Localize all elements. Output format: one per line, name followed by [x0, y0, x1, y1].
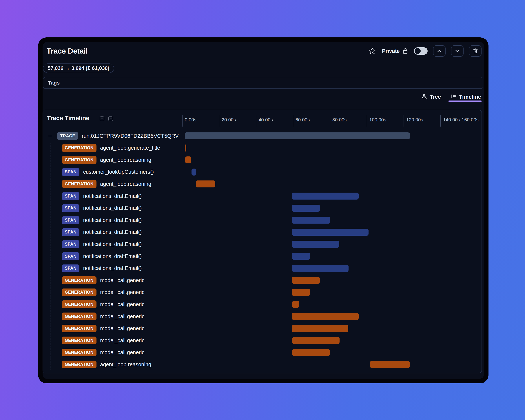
row-type-badge: GENERATION — [62, 336, 96, 344]
row-type-badge: GENERATION — [62, 289, 96, 296]
privacy-toggle[interactable] — [414, 47, 428, 55]
duration-bar[interactable] — [292, 313, 358, 320]
duration-bar[interactable] — [292, 277, 320, 284]
row-heading: SPANnotifications_draftEmail() — [62, 238, 142, 250]
row-label: model_call.generic — [100, 301, 145, 307]
row-heading: SPANnotifications_draftEmail() — [62, 190, 142, 202]
star-icon — [368, 47, 376, 55]
bookmark-star-button[interactable] — [368, 47, 376, 55]
duration-bar[interactable] — [292, 301, 299, 308]
axis-tick-label: 120.00s — [406, 117, 423, 123]
axis-tick — [293, 115, 293, 127]
duration-bar[interactable] — [185, 157, 191, 163]
timeline-row[interactable]: SPANnotifications_draftEmail() — [43, 190, 481, 202]
timeline-row[interactable]: GENERATIONagent_loop.reasoning — [43, 154, 481, 166]
duration-bar[interactable] — [292, 253, 310, 260]
page-title: Trace Detail — [47, 47, 88, 55]
privacy-label: Private — [382, 48, 400, 54]
delete-trace-button[interactable] — [469, 45, 481, 57]
row-label: agent_loop.generate_title — [100, 145, 160, 151]
tabs-divider — [43, 101, 484, 101]
duration-bar[interactable] — [196, 180, 215, 187]
collapse-row-toggle[interactable]: − — [48, 130, 52, 142]
row-heading: GENERATIONmodel_call.generic — [62, 298, 144, 310]
expand-all-button[interactable] — [99, 116, 105, 122]
next-trace-button[interactable] — [451, 45, 464, 57]
tab-timeline[interactable]: Timeline — [450, 94, 481, 100]
row-label: run:01JCTPR9VD06FD2ZBB5VCT5QRV — [82, 133, 179, 139]
row-heading: SPANnotifications_draftEmail() — [62, 226, 142, 238]
axis-tick-label: 0.00s — [185, 117, 197, 123]
row-label: model_call.generic — [100, 277, 145, 283]
row-label: notifications_draftEmail() — [83, 193, 142, 199]
timeline-row[interactable]: GENERATIONmodel_call.generic — [43, 322, 481, 335]
row-heading: SPANnotifications_draftEmail() — [62, 250, 142, 262]
row-type-badge: SPAN — [62, 216, 79, 224]
row-type-badge: GENERATION — [62, 361, 96, 368]
axis-tick — [367, 115, 367, 127]
row-type-badge: SPAN — [62, 168, 79, 176]
tags-input[interactable]: Tags — [43, 77, 483, 89]
timeline-row[interactable]: GENERATIONmodel_call.generic — [43, 310, 481, 322]
timeline-row[interactable]: SPANnotifications_draftEmail() — [43, 250, 481, 262]
duration-bar[interactable] — [292, 193, 358, 200]
duration-bar[interactable] — [191, 168, 196, 176]
trash-icon — [472, 48, 478, 54]
row-label: model_call.generic — [100, 289, 145, 295]
axis-tick — [219, 115, 219, 127]
timeline-row[interactable]: GENERATIONmodel_call.generic — [43, 286, 481, 299]
row-heading: TRACErun:01JCTPR9VD06FD2ZBB5VCT5QRV — [57, 130, 179, 142]
duration-bar[interactable] — [292, 217, 330, 224]
timeline-row[interactable]: SPANnotifications_draftEmail() — [43, 214, 481, 226]
timeline-row[interactable]: GENERATIONagent_loop.reasoning — [43, 358, 481, 371]
timeline-row[interactable]: GENERATIONmodel_call.generic — [43, 346, 481, 359]
row-heading: GENERATIONmodel_call.generic — [62, 310, 144, 322]
collapse-all-button[interactable] — [108, 116, 114, 122]
row-type-badge: GENERATION — [62, 144, 96, 152]
row-heading: GENERATIONmodel_call.generic — [62, 334, 144, 346]
tab-tree-label: Tree — [430, 94, 441, 100]
axis-tick — [330, 115, 330, 127]
axis-tick — [182, 115, 183, 127]
timeline-row[interactable]: SPANnotifications_draftEmail() — [43, 202, 481, 214]
timeline-row[interactable]: GENERATIONagent_loop.reasoning — [43, 178, 481, 190]
timeline-row[interactable]: SPANnotifications_draftEmail() — [43, 238, 481, 250]
timeline-row[interactable]: GENERATIONmodel_call.generic — [43, 274, 481, 286]
tab-tree[interactable]: Tree — [421, 94, 441, 100]
timeline-row[interactable]: GENERATIONmodel_call.generic — [43, 334, 481, 346]
timeline-icon — [450, 94, 456, 100]
duration-bar[interactable] — [185, 132, 410, 139]
header-divider — [43, 60, 484, 60]
duration-bar[interactable] — [370, 361, 410, 368]
duration-bar[interactable] — [292, 241, 339, 248]
timeline-row[interactable]: −TRACErun:01JCTPR9VD06FD2ZBB5VCT5QRV — [43, 130, 481, 142]
row-heading: GENERATIONagent_loop.generate_title — [62, 142, 160, 154]
active-tab-indicator — [449, 101, 481, 102]
timeline-row[interactable]: SPANnotifications_draftEmail() — [43, 226, 481, 238]
duration-bar[interactable] — [292, 325, 348, 332]
row-heading: SPANnotifications_draftEmail() — [62, 214, 142, 226]
row-type-badge: GENERATION — [62, 156, 96, 164]
timeline-row[interactable]: SPANcustomer_lookUpCustomers() — [43, 166, 481, 178]
row-type-badge: GENERATION — [62, 325, 96, 332]
lock-icon — [402, 47, 409, 55]
timeline-row[interactable]: GENERATIONmodel_call.generic — [43, 298, 481, 310]
timeline-row[interactable]: GENERATIONagent_loop.generate_title — [43, 142, 481, 154]
window-header: Trace Detail Private — [47, 44, 481, 58]
row-label: notifications_draftEmail() — [83, 205, 142, 211]
duration-bar[interactable] — [292, 265, 348, 272]
duration-bar[interactable] — [292, 229, 368, 236]
timeline-row[interactable]: SPANnotifications_draftEmail() — [43, 262, 481, 274]
row-type-badge: SPAN — [62, 264, 79, 272]
duration-bar[interactable] — [292, 205, 320, 212]
duration-bar[interactable] — [292, 337, 339, 344]
chevron-down-icon — [454, 48, 460, 54]
duration-bar[interactable] — [292, 349, 330, 356]
duration-bar[interactable] — [292, 289, 310, 296]
row-label: model_call.generic — [100, 325, 145, 331]
timeline-title: Trace Timeline — [47, 114, 89, 121]
previous-trace-button[interactable] — [433, 45, 446, 57]
row-heading: GENERATIONmodel_call.generic — [62, 286, 144, 299]
view-switcher: Tree Timeline — [421, 93, 481, 101]
duration-bar[interactable] — [185, 145, 186, 151]
